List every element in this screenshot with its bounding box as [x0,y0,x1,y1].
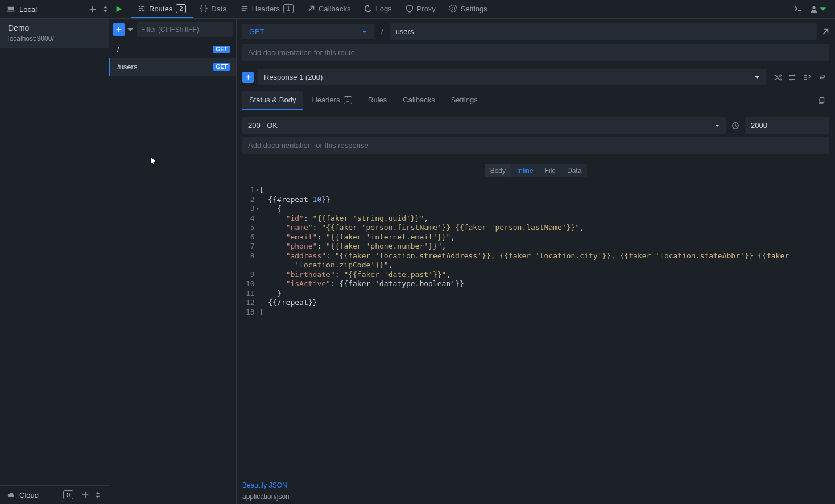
editor-footer: Beautify JSON [237,479,835,490]
tab-label: Routes [149,5,172,13]
headers-icon [241,5,249,13]
env-host: localhost:3000/ [8,35,102,43]
response-label: Response 1 (200) [264,73,323,81]
route-item-root[interactable]: / GET [109,40,236,58]
tab-badge: 1 [283,4,294,13]
body-mode-inline[interactable]: Inline [511,164,539,177]
fallback-icon[interactable] [818,73,826,81]
subtab-callbacks[interactable]: Callbacks [396,91,441,110]
play-icon[interactable] [115,5,123,13]
clock-icon [731,122,739,130]
subtab-settings[interactable]: Settings [444,91,485,110]
tab-badge: 2 [176,4,186,13]
route-doc-input[interactable] [242,44,829,61]
status-select[interactable]: 200 - OK [242,117,726,134]
chevron-down-icon [754,75,760,80]
route-topline: GET / [237,19,835,44]
env-name: Demo [8,23,102,32]
tab-routes[interactable]: Routes 2 [131,0,193,18]
editor-content[interactable]: [ {{#repeat 10}} { "id": "{{faker 'strin… [259,185,835,476]
status-row: 200 - OK [237,110,835,137]
body-mode-data[interactable]: Data [561,164,587,177]
subtab-rules[interactable]: Rules [361,91,394,110]
refresh-icon [364,5,372,13]
shuffle-icon[interactable] [774,73,782,81]
response-doc-input[interactable] [242,137,829,154]
route-item-users[interactable]: /users GET [109,58,236,76]
code-editor[interactable]: 1▾ 2 3▾ 4 5 6 7 8 9 10 11 12 13 [ {{#rep… [237,182,835,479]
delay-input[interactable] [745,117,829,134]
tab-headers[interactable]: Headers 1 [234,0,300,18]
topbar: Local Routes 2 Data Headers 1 Callbacks [0,0,835,19]
method-value: GET [249,27,264,36]
chevron-down-icon [714,123,720,129]
tab-label: Callbacks [319,5,350,13]
subtab-headers[interactable]: Headers 1 [305,91,359,110]
tab-data[interactable]: Data [193,0,233,18]
env-type-label: Local [19,5,37,14]
body-mode-row: Body Inline File Data [237,154,835,182]
route-content: GET / Response 1 (200) [237,19,835,504]
route-method-badge: GET [213,46,230,53]
cloud-count: 0 [63,490,73,499]
rules-mode-icon[interactable] [803,73,811,81]
method-select[interactable]: GET [242,24,374,39]
tab-label: Headers [252,5,280,13]
body-mode-group: Body Inline File Data [485,164,588,177]
content-type-label: application/json [237,490,835,504]
terminal-icon[interactable] [794,5,802,13]
tab-logs[interactable]: Logs [357,0,398,18]
routes-head [109,19,236,40]
response-select[interactable]: Response 1 (200) [258,69,766,85]
response-row: Response 1 (200) [237,61,835,91]
chevron-down-icon [362,29,367,35]
tab-callbacks[interactable]: Callbacks [300,0,357,18]
cloud-label: Cloud [19,491,39,499]
route-path-input[interactable] [390,23,817,40]
shield-icon [406,5,414,13]
body-mode-file[interactable]: File [539,164,561,177]
response-subtabs: Status & Body Headers 1 Rules Callbacks … [237,91,835,110]
routes-sidebar: / GET /users GET [109,19,237,504]
add-route-dropdown-icon[interactable] [126,26,134,34]
route-path: /users [117,63,137,71]
add-response-button[interactable] [242,72,254,83]
tab-label: Logs [375,5,391,13]
user-menu-icon[interactable] [810,5,827,13]
add-cloud-icon[interactable] [81,491,89,499]
gear-icon [449,5,457,13]
env-item[interactable]: Demo localhost:3000/ [0,19,109,48]
subtab-status-body[interactable]: Status & Body [242,91,303,110]
body-mode-body[interactable]: Body [485,164,511,177]
env-footer-cloud: Cloud 0 [0,485,109,504]
tab-proxy[interactable]: Proxy [399,0,443,18]
main: Demo localhost:3000/ Cloud 0 / GET [0,19,835,504]
response-actions [770,73,829,81]
route-path: / [117,45,119,53]
copy-icon[interactable] [818,97,826,105]
add-env-icon[interactable] [89,5,97,13]
path-slash: / [379,27,386,36]
topbar-env: Local [0,0,109,18]
laptop-icon [7,5,15,13]
sliders-icon [138,5,146,13]
open-external-icon[interactable] [821,28,829,36]
braces-icon [200,5,208,13]
sort-cloud-icon[interactable] [94,491,102,499]
repeat-icon[interactable] [788,73,796,81]
topbar-tabs: Routes 2 Data Headers 1 Callbacks Logs P… [131,0,494,18]
add-route-button[interactable] [113,23,125,36]
beautify-json-link[interactable]: Beautify JSON [242,481,287,489]
svg-point-0 [812,6,815,9]
tab-label: Data [211,5,226,13]
tab-label: Proxy [417,5,436,13]
route-method-badge: GET [213,63,230,71]
env-sidebar: Demo localhost:3000/ Cloud 0 [0,19,109,504]
tab-settings[interactable]: Settings [443,0,494,18]
routes-filter-input[interactable] [137,22,233,37]
tab-label: Settings [461,5,487,13]
topbar-right [794,5,835,13]
status-value: 200 - OK [248,121,278,130]
cloud-icon [7,491,15,499]
sort-icon[interactable] [101,5,109,13]
